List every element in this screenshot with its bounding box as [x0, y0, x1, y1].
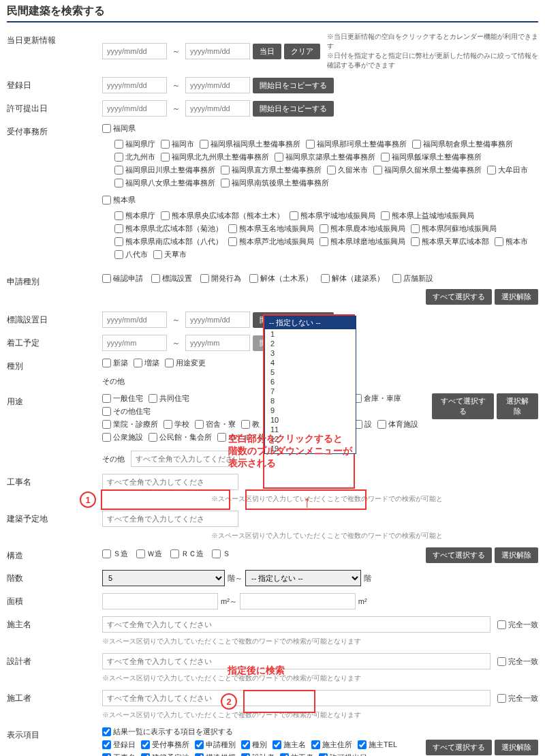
today-to[interactable]	[185, 43, 250, 59]
cb-用途変更[interactable]: 用途変更	[165, 358, 206, 368]
display-all[interactable]: すべて選択する	[426, 740, 492, 755]
dd-item-1[interactable]: 1	[265, 329, 356, 339]
cb-熊本県県央広域本部（熊本土木）[interactable]: 熊本県県央広域本部（熊本土木）	[161, 211, 284, 221]
cb-店舗新設[interactable]: 店舗新設	[392, 273, 433, 284]
display-clear[interactable]: 選択解除	[495, 740, 538, 755]
use-other-input[interactable]	[131, 451, 240, 467]
cb-熊本市[interactable]: 熊本市	[495, 237, 528, 247]
designer-exact[interactable]: 完全一致	[497, 656, 538, 667]
dd-item-2[interactable]: 2	[265, 339, 356, 348]
cb-ＲＣ造[interactable]: ＲＣ造	[170, 549, 204, 559]
btn-today[interactable]: 当日	[253, 44, 281, 59]
floor-from[interactable]: 5	[102, 570, 225, 586]
cb-熊本県球磨地域振興局[interactable]: 熊本県球磨地域振興局	[320, 237, 405, 247]
dd-item-3[interactable]: 3	[265, 348, 356, 358]
cb-福岡県京築県土整備事務所[interactable]: 福岡県京築県土整備事務所	[275, 152, 375, 162]
btn-clear[interactable]: クリア	[284, 44, 320, 59]
cb-施主住所[interactable]: 施主住所	[311, 740, 352, 750]
cb-熊本県鹿本地域振興局[interactable]: 熊本県鹿本地域振興局	[320, 224, 405, 234]
struct-clear[interactable]: 選択解除	[495, 547, 538, 563]
struct-all[interactable]: すべて選択する	[426, 547, 492, 563]
area-from[interactable]	[102, 593, 218, 609]
permit-from[interactable]	[102, 100, 167, 117]
dd-item-4[interactable]: 4	[265, 358, 356, 367]
today-from[interactable]	[102, 43, 167, 59]
dd-item-8[interactable]: 8	[265, 396, 356, 406]
grp-fukuoka[interactable]: 福岡県	[102, 123, 136, 134]
cb-開発行為[interactable]: 開発行為	[200, 273, 241, 284]
cb-熊本県玉名地域振興局[interactable]: 熊本県玉名地域振興局	[228, 224, 314, 234]
area-to[interactable]	[240, 593, 356, 609]
cb-業院・診療所[interactable]: 業院・診療所	[102, 419, 158, 429]
cb-公民館・集会所[interactable]: 公民館・集会所	[149, 432, 212, 442]
cb-共同住宅[interactable]: 共同住宅	[149, 393, 189, 404]
dd-item-7[interactable]: 7	[265, 387, 356, 396]
site-input[interactable]	[102, 511, 238, 527]
owner-exact[interactable]: 完全一致	[497, 620, 538, 630]
apptype-all[interactable]: すべて選択する	[426, 289, 492, 305]
cb-福岡県朝倉県土整備事務所[interactable]: 福岡県朝倉県土整備事務所	[412, 139, 513, 149]
cb-新築[interactable]: 新築	[102, 358, 128, 368]
cb-福岡県北九州県土整備事務所[interactable]: 福岡県北九州県土整備事務所	[161, 152, 269, 162]
name-input[interactable]	[102, 474, 238, 490]
permit-to[interactable]	[185, 100, 250, 117]
reg-to[interactable]	[185, 77, 250, 93]
cb-福岡県飯塚県土整備事務所[interactable]: 福岡県飯塚県土整備事務所	[381, 152, 482, 162]
cb-Ｗ造[interactable]: Ｗ造	[136, 549, 162, 559]
cb-熊本県県南広域本部（八代）[interactable]: 熊本県県南広域本部（八代）	[114, 237, 223, 247]
permit-copy[interactable]: 開始日をコピーする	[253, 101, 334, 117]
owner-input[interactable]	[102, 616, 490, 633]
cb-公衆施設[interactable]: 公衆施設	[102, 432, 143, 442]
cb-久留米市[interactable]: 久留米市	[327, 165, 368, 175]
cb-一般住宅[interactable]: 一般住宅	[102, 393, 143, 404]
grp-kumamoto[interactable]: 熊本県	[102, 195, 136, 205]
cb-福岡県田川県土整備事務所[interactable]: 福岡県田川県土整備事務所	[114, 165, 215, 175]
cb-許可提出日[interactable]: 許可提出日	[319, 753, 367, 756]
cb-申請種別[interactable]: 申請種別	[195, 740, 236, 750]
cb-その他住宅[interactable]: その他住宅	[102, 406, 151, 417]
cb-体育施設[interactable]: 体育施設	[377, 419, 418, 429]
cb-学校[interactable]: 学校	[164, 419, 189, 429]
dd-item-6[interactable]: 6	[265, 377, 356, 387]
cb-熊本県阿蘇地域振興局[interactable]: 熊本県阿蘇地域振興局	[411, 224, 497, 234]
cb-施主名[interactable]: 施主名	[272, 740, 306, 750]
cb-建築予定地[interactable]: 建築予定地	[141, 753, 189, 756]
reg-from[interactable]	[102, 77, 167, 93]
cb-熊本県上益城地域振興局[interactable]: 熊本県上益城地域振興局	[381, 211, 474, 221]
cb-倉庫・車庫[interactable]: 倉庫・車庫	[353, 393, 401, 404]
cb-登録日[interactable]: 登録日	[102, 740, 136, 750]
cb-福岡県南筑後県土整備事務所[interactable]: 福岡県南筑後県土整備事務所	[221, 178, 329, 188]
cb-福岡県八女県土整備事務所[interactable]: 福岡県八女県土整備事務所	[114, 178, 215, 188]
cb-熊本県宇城地域振興局[interactable]: 熊本県宇城地域振興局	[290, 211, 375, 221]
start-to[interactable]	[185, 335, 250, 351]
dd-item-5[interactable]: 5	[265, 367, 356, 377]
floor-to[interactable]: -- 指定しない --	[245, 570, 361, 586]
cb-増築[interactable]: 増築	[134, 358, 159, 368]
builder-input[interactable]	[102, 690, 490, 706]
designer-input[interactable]	[102, 653, 490, 669]
dd-item-10[interactable]: 10	[265, 415, 356, 425]
cb-構造規模[interactable]: 構造規模	[195, 753, 236, 756]
cb-標識設置[interactable]: 標識設置	[151, 273, 192, 284]
start-from[interactable]	[102, 335, 167, 351]
use-all[interactable]: すべて選択する	[432, 393, 494, 419]
cb-福岡県庁[interactable]: 福岡県庁	[114, 139, 155, 149]
cb-北九州市[interactable]: 北九州市	[114, 152, 155, 162]
cb-福岡県直方県土整備事務所[interactable]: 福岡県直方県土整備事務所	[221, 165, 322, 175]
cb-熊本県芦北地域振興局[interactable]: 熊本県芦北地域振興局	[228, 237, 314, 247]
cb-熊本県庁[interactable]: 熊本県庁	[114, 211, 155, 221]
cb-種別[interactable]: 種別	[241, 740, 267, 750]
cb-大牟田市[interactable]: 大牟田市	[487, 165, 528, 175]
dd-item-9[interactable]: 9	[265, 406, 356, 415]
cb-確認申請[interactable]: 確認申請	[102, 273, 143, 284]
cb-設[interactable]: 設	[354, 419, 372, 429]
use-clear[interactable]: 選択解除	[497, 393, 538, 419]
cb-教[interactable]: 教	[241, 419, 260, 429]
cb-解体（建築系）[interactable]: 解体（建築系）	[321, 273, 384, 284]
cb-福岡県福岡県土整備事務所[interactable]: 福岡県福岡県土整備事務所	[200, 139, 300, 149]
cb-施工者[interactable]: 施工者	[280, 753, 313, 756]
cb-工事名[interactable]: 工事名	[102, 753, 136, 756]
cb-宿舎・寮[interactable]: 宿舎・寮	[195, 419, 236, 429]
cb-八代市[interactable]: 八代市	[114, 250, 148, 260]
cb-熊本県天草広域本部[interactable]: 熊本県天草広域本部	[411, 237, 489, 247]
